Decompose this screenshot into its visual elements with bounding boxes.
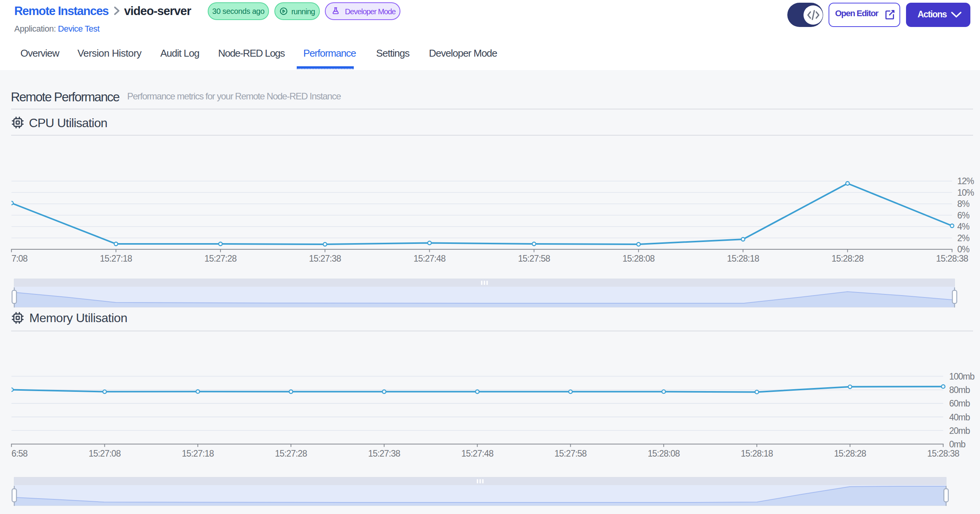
svg-text:15:28:38: 15:28:38 <box>936 254 968 264</box>
svg-text:60mb: 60mb <box>949 398 970 408</box>
svg-text:4%: 4% <box>957 222 970 232</box>
svg-text:15:27:38: 15:27:38 <box>309 254 341 264</box>
svg-text:15:27:18: 15:27:18 <box>182 448 214 459</box>
svg-text:0%: 0% <box>957 244 970 254</box>
svg-text:2%: 2% <box>957 233 970 243</box>
svg-text:15:26:58: 15:26:58 <box>0 448 27 459</box>
svg-text:20mb: 20mb <box>949 426 970 436</box>
svg-text:15:27:08: 15:27:08 <box>0 254 27 264</box>
svg-text:6%: 6% <box>957 210 970 220</box>
svg-text:15:27:48: 15:27:48 <box>414 254 445 264</box>
svg-text:100mb: 100mb <box>949 371 975 381</box>
svg-text:15:27:28: 15:27:28 <box>205 254 237 264</box>
svg-text:15:27:48: 15:27:48 <box>461 448 493 459</box>
svg-text:0mb: 0mb <box>949 439 965 449</box>
svg-text:15:28:08: 15:28:08 <box>622 254 654 264</box>
svg-text:15:27:58: 15:27:58 <box>518 254 550 264</box>
svg-text:15:27:38: 15:27:38 <box>368 448 400 459</box>
svg-text:15:27:58: 15:27:58 <box>555 448 587 459</box>
svg-text:15:28:38: 15:28:38 <box>927 448 959 459</box>
svg-text:15:28:18: 15:28:18 <box>741 448 773 459</box>
svg-text:15:28:28: 15:28:28 <box>832 254 864 264</box>
svg-text:15:28:28: 15:28:28 <box>834 448 866 459</box>
svg-text:10%: 10% <box>957 188 974 198</box>
svg-text:8%: 8% <box>957 199 970 209</box>
svg-text:40mb: 40mb <box>949 412 970 422</box>
svg-text:80mb: 80mb <box>949 385 970 395</box>
svg-text:15:27:08: 15:27:08 <box>89 448 121 459</box>
svg-text:15:28:08: 15:28:08 <box>648 448 680 459</box>
svg-text:12%: 12% <box>957 176 974 186</box>
svg-text:15:27:18: 15:27:18 <box>100 254 132 264</box>
svg-text:15:27:28: 15:27:28 <box>275 448 307 459</box>
svg-text:15:28:18: 15:28:18 <box>727 254 759 264</box>
